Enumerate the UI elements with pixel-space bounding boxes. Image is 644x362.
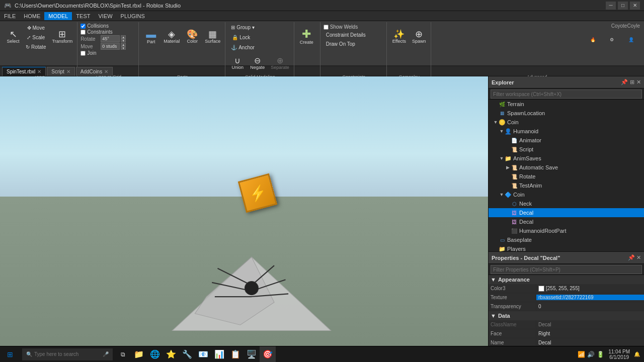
name-prop-value[interactable]: Decal: [536, 340, 644, 345]
move-button[interactable]: ✥ Move: [23, 23, 48, 32]
autosave-arrow[interactable]: ▶: [505, 165, 511, 170]
scale-button[interactable]: ⤢ Scale: [23, 33, 48, 42]
taskbar-app2[interactable]: 🖥️: [244, 346, 260, 363]
part-button[interactable]: ▬ Part: [142, 23, 160, 50]
tree-item-terrain[interactable]: 🌿 Terrain: [489, 100, 644, 109]
group-button[interactable]: ⊞ Group ▾: [228, 23, 257, 31]
tab-spintest[interactable]: SpinTest.rbxl ✕: [2, 67, 46, 76]
color-button[interactable]: 🎨 Color: [183, 23, 201, 50]
rotate-btn[interactable]: ↻ Rotate: [23, 42, 48, 51]
collisions-input[interactable]: [80, 24, 86, 29]
negate-button[interactable]: ⊖ Negate: [248, 53, 267, 73]
tree-item-testanim[interactable]: 📜 TestAnim: [489, 181, 644, 190]
battery-icon[interactable]: 🔋: [597, 351, 604, 358]
surface-button[interactable]: ▦ Surface: [202, 23, 223, 50]
taskbar-store[interactable]: ⭐: [163, 346, 179, 363]
rotate-down-arrow[interactable]: ▼: [121, 39, 126, 42]
volume-icon[interactable]: 🔊: [587, 351, 595, 358]
draw-on-top-button[interactable]: Draw On Top: [324, 40, 358, 48]
create-button[interactable]: ✚ Create: [297, 23, 316, 50]
constraints-checkbox[interactable]: Constraints: [80, 29, 113, 35]
tree-item-decal-selected[interactable]: 🖼 Decal: [489, 208, 644, 217]
union-button[interactable]: ∪ Union: [228, 53, 247, 73]
select-button[interactable]: ↖ Select: [4, 23, 22, 50]
tree-item-animsaves[interactable]: ▼ 📁 AnimSaves: [489, 154, 644, 163]
explorer-expand-icon[interactable]: ⊞: [630, 79, 634, 85]
rotate-spin-input[interactable]: [101, 35, 120, 42]
prop-section-appearance-header[interactable]: ▼ Appearance: [489, 275, 644, 284]
prop-pin-icon[interactable]: 📌: [628, 254, 635, 260]
face-value[interactable]: Right: [536, 331, 644, 336]
taskbar-search-input[interactable]: [34, 351, 101, 357]
tree-item-rotate[interactable]: 📜 Rotate: [489, 172, 644, 181]
tree-item-autosave[interactable]: ▶ 📜 Automatic Save: [489, 163, 644, 172]
taskbar-mail[interactable]: 📧: [195, 346, 211, 363]
constraints-input[interactable]: [80, 30, 86, 35]
taskbar-browser[interactable]: 🌐: [147, 346, 163, 363]
tree-item-baseplate[interactable]: ▭ Baseplate: [489, 235, 644, 244]
material-button[interactable]: ◈ Material: [161, 23, 182, 50]
explorer-lock-icon[interactable]: 📌: [621, 79, 628, 85]
join-checkbox[interactable]: Join: [80, 50, 96, 56]
collisions-checkbox[interactable]: Collisions: [80, 23, 109, 29]
effects-button[interactable]: ✨ Effects: [390, 23, 409, 50]
taskbar-task-view[interactable]: ⧉: [115, 346, 131, 363]
tree-item-animator[interactable]: 📄 Animator: [489, 136, 644, 145]
close-button[interactable]: ✕: [630, 2, 640, 10]
prop-close-icon[interactable]: ✕: [636, 254, 641, 260]
minimize-button[interactable]: ─: [606, 2, 616, 10]
color3-value[interactable]: [255, 255, 255]: [536, 286, 644, 292]
rotate-up-arrow[interactable]: ▲: [121, 35, 126, 39]
taskbar-app1[interactable]: 📋: [227, 346, 244, 363]
tree-item-neck[interactable]: ⬡ Neck: [489, 199, 644, 208]
viewport[interactable]: ⚡: [0, 76, 488, 362]
tab-addcoins-close[interactable]: ✕: [104, 69, 108, 74]
move-up-arrow[interactable]: ▲: [121, 43, 126, 46]
menu-model[interactable]: MODEL: [44, 12, 72, 20]
tab-script[interactable]: Script ✕: [47, 67, 75, 76]
tab-spintest-close[interactable]: ✕: [37, 69, 41, 74]
adv-btn1[interactable]: 🔥: [584, 30, 602, 50]
anchor-button[interactable]: ⚓ Anchor: [228, 43, 257, 51]
network-icon[interactable]: 📶: [578, 351, 585, 358]
maximize-button[interactable]: □: [618, 2, 628, 10]
tree-item-coin-child[interactable]: ▼ 🔷 Coin: [489, 190, 644, 199]
constraint-details-button[interactable]: Constraint Details: [324, 31, 368, 39]
properties-filter-input[interactable]: [491, 265, 642, 274]
adv-btn3[interactable]: 👤: [622, 30, 640, 50]
humanoid-arrow[interactable]: ▼: [499, 129, 505, 134]
mic-icon[interactable]: 🎤: [103, 351, 109, 357]
tree-item-decal2[interactable]: 🖼 Decal: [489, 217, 644, 226]
color3-swatch[interactable]: [538, 286, 544, 292]
tab-script-close[interactable]: ✕: [66, 69, 70, 74]
coin-parent-arrow[interactable]: ▼: [493, 120, 499, 125]
tree-item-script1[interactable]: 📜 Script: [489, 145, 644, 154]
tree-item-players[interactable]: 📁 Players: [489, 244, 644, 251]
join-input[interactable]: [80, 51, 86, 56]
transform-button[interactable]: ⊞ Transform: [49, 23, 75, 50]
show-welds-input[interactable]: [324, 25, 329, 30]
coin-child-arrow[interactable]: ▼: [499, 192, 505, 197]
prop-section-data-header[interactable]: ▼ Data: [489, 311, 644, 320]
menu-home[interactable]: HOME: [20, 12, 44, 20]
animsaves-arrow[interactable]: ▼: [499, 156, 505, 161]
move-spin-input[interactable]: [101, 43, 120, 50]
explorer-close-icon[interactable]: ✕: [636, 79, 641, 85]
explorer-filter-input[interactable]: [491, 89, 642, 99]
texture-value[interactable]: rbxassetid://2827722169: [536, 295, 644, 300]
menu-view[interactable]: VIEW: [94, 12, 116, 20]
taskbar-file-explorer[interactable]: 📁: [131, 346, 147, 363]
tree-item-spawnlocation[interactable]: ▦ SpawnLocation: [489, 109, 644, 118]
search-bar[interactable]: 🔍 🎤: [22, 348, 113, 360]
tree-item-humanoid[interactable]: ▼ 👤 Humanoid: [489, 127, 644, 136]
tab-addcoins[interactable]: AddCoins ✕: [76, 67, 113, 76]
taskbar-excel[interactable]: 📊: [211, 346, 227, 363]
adv-btn2[interactable]: ⚙: [603, 30, 621, 50]
tree-item-humanoidrootpart[interactable]: ⬛ HumanoidRootPart: [489, 226, 644, 235]
menu-plugins[interactable]: PLUGINS: [117, 12, 149, 20]
menu-test[interactable]: TEST: [72, 12, 94, 20]
show-welds-checkbox[interactable]: Show Welds: [324, 24, 358, 30]
taskbar-settings[interactable]: 🔧: [179, 346, 195, 363]
tree-item-coin-parent[interactable]: ▼ 🪙 Coin: [489, 118, 644, 127]
clock[interactable]: 11:04 PM 6/1/2019: [608, 349, 630, 360]
